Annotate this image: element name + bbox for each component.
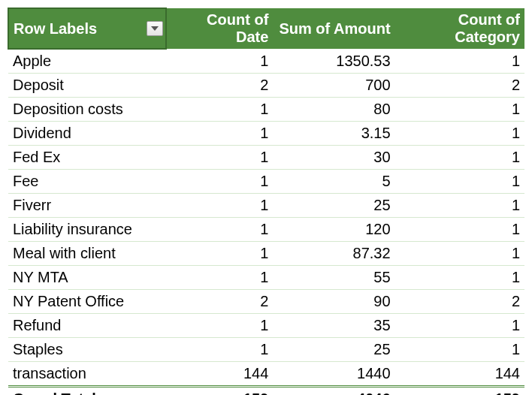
row-sum-amount-cell[interactable]: 30 <box>273 146 394 170</box>
row-label-cell[interactable]: Deposit <box>8 74 166 98</box>
table-row: Dividend13.151 <box>8 122 524 146</box>
table-row: NY Patent Office2902 <box>8 290 524 314</box>
row-count-date-cell[interactable]: 1 <box>166 122 274 146</box>
row-sum-amount-cell[interactable]: 35 <box>273 314 394 338</box>
table-row: Meal with client187.321 <box>8 242 524 266</box>
row-count-date-cell[interactable]: 1 <box>166 146 274 170</box>
row-label-cell[interactable]: transaction <box>8 362 166 387</box>
row-label-cell[interactable]: NY MTA <box>8 266 166 290</box>
row-count-date-cell[interactable]: 1 <box>166 314 274 338</box>
row-count-category-cell[interactable]: 1 <box>395 266 524 290</box>
row-label-cell[interactable]: Dividend <box>8 122 166 146</box>
row-label-cell[interactable]: Meal with client <box>8 242 166 266</box>
grand-total-row: Grand Total 159 4046 159 <box>8 387 524 396</box>
row-sum-amount-cell[interactable]: 700 <box>273 74 394 98</box>
grand-total-count-date[interactable]: 159 <box>166 387 274 396</box>
row-sum-amount-cell[interactable]: 120 <box>273 218 394 242</box>
row-count-date-cell[interactable]: 1 <box>166 242 274 266</box>
table-row: Deposit27002 <box>8 74 524 98</box>
filter-dropdown-button[interactable] <box>147 21 163 36</box>
header-row-labels[interactable]: Row Labels <box>8 8 166 49</box>
row-count-category-cell[interactable]: 1 <box>395 146 524 170</box>
row-label-cell[interactable]: Staples <box>8 338 166 362</box>
row-count-category-cell[interactable]: 1 <box>395 122 524 146</box>
row-count-date-cell[interactable]: 144 <box>166 362 274 387</box>
row-sum-amount-cell[interactable]: 25 <box>273 338 394 362</box>
row-sum-amount-cell[interactable]: 55 <box>273 266 394 290</box>
header-count-category[interactable]: Count of Category <box>395 8 524 49</box>
row-count-category-cell[interactable]: 1 <box>395 338 524 362</box>
table-row: NY MTA1551 <box>8 266 524 290</box>
row-sum-amount-cell[interactable]: 5 <box>273 170 394 194</box>
row-sum-amount-cell[interactable]: 87.32 <box>273 242 394 266</box>
row-count-date-cell[interactable]: 1 <box>166 49 274 74</box>
table-row: Staples1251 <box>8 338 524 362</box>
row-labels-text: Row Labels <box>14 20 97 37</box>
row-count-date-cell[interactable]: 2 <box>166 290 274 314</box>
row-count-date-cell[interactable]: 1 <box>166 98 274 122</box>
chevron-down-icon <box>151 26 159 31</box>
row-count-date-cell[interactable]: 1 <box>166 266 274 290</box>
grand-total-label[interactable]: Grand Total <box>8 387 166 396</box>
row-sum-amount-cell[interactable]: 1440 <box>273 362 394 387</box>
row-count-date-cell[interactable]: 1 <box>166 194 274 218</box>
table-row: transaction1441440144 <box>8 362 524 387</box>
row-count-category-cell[interactable]: 1 <box>395 314 524 338</box>
grand-total-count-category[interactable]: 159 <box>395 387 524 396</box>
row-label-cell[interactable]: NY Patent Office <box>8 290 166 314</box>
row-count-category-cell[interactable]: 2 <box>395 290 524 314</box>
header-count-date[interactable]: Count of Date <box>166 8 274 49</box>
row-count-category-cell[interactable]: 1 <box>395 170 524 194</box>
row-label-cell[interactable]: Liability insurance <box>8 218 166 242</box>
row-count-date-cell[interactable]: 1 <box>166 338 274 362</box>
row-count-category-cell[interactable]: 1 <box>395 194 524 218</box>
row-label-cell[interactable]: Apple <box>8 49 166 74</box>
table-row: Fed Ex1301 <box>8 146 524 170</box>
row-count-date-cell[interactable]: 1 <box>166 170 274 194</box>
table-row: Refund1351 <box>8 314 524 338</box>
row-label-cell[interactable]: Fed Ex <box>8 146 166 170</box>
row-count-category-cell[interactable]: 1 <box>395 242 524 266</box>
row-sum-amount-cell[interactable]: 25 <box>273 194 394 218</box>
row-count-date-cell[interactable]: 1 <box>166 218 274 242</box>
pivot-table: Row Labels Count of Date Sum of Amount C… <box>8 8 524 395</box>
row-count-category-cell[interactable]: 1 <box>395 49 524 74</box>
row-count-category-cell[interactable]: 2 <box>395 74 524 98</box>
header-sum-amount[interactable]: Sum of Amount <box>273 8 394 49</box>
row-count-category-cell[interactable]: 144 <box>395 362 524 387</box>
table-row: Apple11350.531 <box>8 49 524 74</box>
row-count-category-cell[interactable]: 1 <box>395 218 524 242</box>
svg-marker-0 <box>151 26 159 31</box>
row-count-category-cell[interactable]: 1 <box>395 98 524 122</box>
grand-total-sum-amount[interactable]: 4046 <box>273 387 394 396</box>
row-label-cell[interactable]: Fiverr <box>8 194 166 218</box>
row-sum-amount-cell[interactable]: 80 <box>273 98 394 122</box>
table-row: Liability insurance11201 <box>8 218 524 242</box>
table-row: Fee151 <box>8 170 524 194</box>
row-sum-amount-cell[interactable]: 3.15 <box>273 122 394 146</box>
table-row: Fiverr1251 <box>8 194 524 218</box>
header-row: Row Labels Count of Date Sum of Amount C… <box>8 8 524 49</box>
row-label-cell[interactable]: Deposition costs <box>8 98 166 122</box>
row-sum-amount-cell[interactable]: 90 <box>273 290 394 314</box>
row-label-cell[interactable]: Refund <box>8 314 166 338</box>
row-label-cell[interactable]: Fee <box>8 170 166 194</box>
row-count-date-cell[interactable]: 2 <box>166 74 274 98</box>
table-row: Deposition costs1801 <box>8 98 524 122</box>
row-sum-amount-cell[interactable]: 1350.53 <box>273 49 394 74</box>
